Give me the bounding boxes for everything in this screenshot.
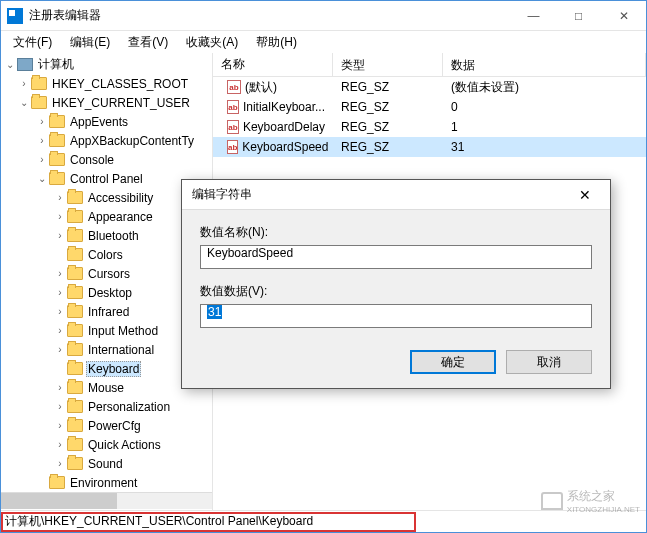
tree-appxbackup[interactable]: ›AppXBackupContentTy — [1, 131, 212, 150]
expander-icon[interactable]: › — [17, 78, 31, 89]
menu-edit[interactable]: 编辑(E) — [62, 32, 118, 53]
folder-icon — [67, 400, 83, 413]
dialog-title: 编辑字符串 — [192, 186, 570, 203]
expander-icon[interactable]: › — [53, 287, 67, 298]
folder-icon — [31, 96, 47, 109]
expander-icon[interactable]: › — [53, 306, 67, 317]
folder-icon — [67, 438, 83, 451]
folder-icon — [67, 343, 83, 356]
folder-icon — [49, 115, 65, 128]
string-value-icon: ab — [227, 140, 238, 154]
list-header: 名称 类型 数据 — [213, 53, 646, 77]
menu-file[interactable]: 文件(F) — [5, 32, 60, 53]
folder-icon — [67, 457, 83, 470]
list-row[interactable]: ab(默认) REG_SZ (数值未设置) — [213, 77, 646, 97]
list-row[interactable]: abKeyboardSpeed REG_SZ 31 — [213, 137, 646, 157]
list-row[interactable]: abKeyboardDelay REG_SZ 1 — [213, 117, 646, 137]
folder-icon — [67, 305, 83, 318]
folder-icon — [49, 476, 65, 489]
menu-view[interactable]: 查看(V) — [120, 32, 176, 53]
folder-icon — [67, 191, 83, 204]
folder-icon — [67, 286, 83, 299]
tree-label: HKEY_CLASSES_ROOT — [50, 77, 190, 91]
expander-icon[interactable]: › — [53, 192, 67, 203]
expander-icon[interactable]: ⌄ — [17, 97, 31, 108]
folder-icon — [67, 210, 83, 223]
expander-icon[interactable]: ⌄ — [35, 173, 49, 184]
titlebar: 注册表编辑器 — □ ✕ — [1, 1, 646, 31]
folder-icon — [67, 362, 83, 375]
window-controls: — □ ✕ — [511, 1, 646, 31]
computer-icon — [17, 58, 33, 71]
value-data-label: 数值数据(V): — [200, 283, 592, 300]
string-value-icon: ab — [227, 80, 241, 94]
expander-icon[interactable]: ⌄ — [3, 59, 17, 70]
menu-help[interactable]: 帮助(H) — [248, 32, 305, 53]
tree-hkcu[interactable]: ⌄ HKEY_CURRENT_USER — [1, 93, 212, 112]
tree-console[interactable]: ›Console — [1, 150, 212, 169]
expander-icon[interactable]: › — [53, 439, 67, 450]
header-name[interactable]: 名称 — [213, 53, 333, 76]
value-name-label: 数值名称(N): — [200, 224, 592, 241]
expander-icon[interactable]: › — [53, 230, 67, 241]
dialog-close-button[interactable]: ✕ — [570, 187, 600, 203]
window-title: 注册表编辑器 — [29, 7, 511, 24]
menu-favorites[interactable]: 收藏夹(A) — [178, 32, 246, 53]
status-path: 计算机\HKEY_CURRENT_USER\Control Panel\Keyb… — [5, 513, 313, 530]
folder-icon — [31, 77, 47, 90]
tree-appevents[interactable]: ›AppEvents — [1, 112, 212, 131]
expander-icon[interactable]: › — [53, 325, 67, 336]
value-data-input[interactable]: 31 — [200, 304, 592, 328]
value-name-input[interactable]: KeyboardSpeed — [200, 245, 592, 269]
folder-icon — [67, 267, 83, 280]
scrollbar-horizontal[interactable] — [1, 492, 212, 509]
tree-environment[interactable]: Environment — [1, 473, 212, 492]
status-path-highlight: 计算机\HKEY_CURRENT_USER\Control Panel\Keyb… — [1, 512, 416, 532]
header-data[interactable]: 数据 — [443, 53, 646, 76]
ok-button[interactable]: 确定 — [410, 350, 496, 374]
edit-string-dialog: 编辑字符串 ✕ 数值名称(N): KeyboardSpeed 数值数据(V): … — [181, 179, 611, 389]
folder-icon — [67, 419, 83, 432]
expander-icon[interactable]: › — [53, 211, 67, 222]
folder-icon — [67, 229, 83, 242]
expander-icon[interactable]: › — [53, 268, 67, 279]
string-value-icon: ab — [227, 120, 239, 134]
maximize-button[interactable]: □ — [556, 1, 601, 31]
folder-icon — [67, 248, 83, 261]
tree-label: 计算机 — [36, 56, 76, 73]
expander-icon[interactable]: › — [53, 401, 67, 412]
statusbar: 计算机\HKEY_CURRENT_USER\Control Panel\Keyb… — [1, 510, 646, 532]
minimize-button[interactable]: — — [511, 1, 556, 31]
folder-icon — [67, 381, 83, 394]
tree-personalization[interactable]: ›Personalization — [1, 397, 212, 416]
expander-icon[interactable]: › — [35, 116, 49, 127]
folder-icon — [49, 153, 65, 166]
expander-icon[interactable]: › — [53, 382, 67, 393]
dialog-titlebar[interactable]: 编辑字符串 ✕ — [182, 180, 610, 210]
tree-powercfg[interactable]: ›PowerCfg — [1, 416, 212, 435]
app-icon — [7, 8, 23, 24]
folder-icon — [49, 172, 65, 185]
cancel-button[interactable]: 取消 — [506, 350, 592, 374]
expander-icon[interactable]: › — [53, 458, 67, 469]
tree-quickactions[interactable]: ›Quick Actions — [1, 435, 212, 454]
expander-icon[interactable]: › — [53, 420, 67, 431]
tree-sound[interactable]: ›Sound — [1, 454, 212, 473]
header-type[interactable]: 类型 — [333, 53, 443, 76]
tree-hkcr[interactable]: › HKEY_CLASSES_ROOT — [1, 74, 212, 93]
expander-icon[interactable]: › — [35, 135, 49, 146]
close-button[interactable]: ✕ — [601, 1, 646, 31]
folder-icon — [49, 134, 65, 147]
menubar: 文件(F) 编辑(E) 查看(V) 收藏夹(A) 帮助(H) — [1, 31, 646, 53]
string-value-icon: ab — [227, 100, 239, 114]
expander-icon[interactable]: › — [35, 154, 49, 165]
expander-icon[interactable]: › — [53, 344, 67, 355]
folder-icon — [67, 324, 83, 337]
list-row[interactable]: abInitialKeyboar... REG_SZ 0 — [213, 97, 646, 117]
tree-root[interactable]: ⌄ 计算机 — [1, 55, 212, 74]
tree-label: HKEY_CURRENT_USER — [50, 96, 192, 110]
